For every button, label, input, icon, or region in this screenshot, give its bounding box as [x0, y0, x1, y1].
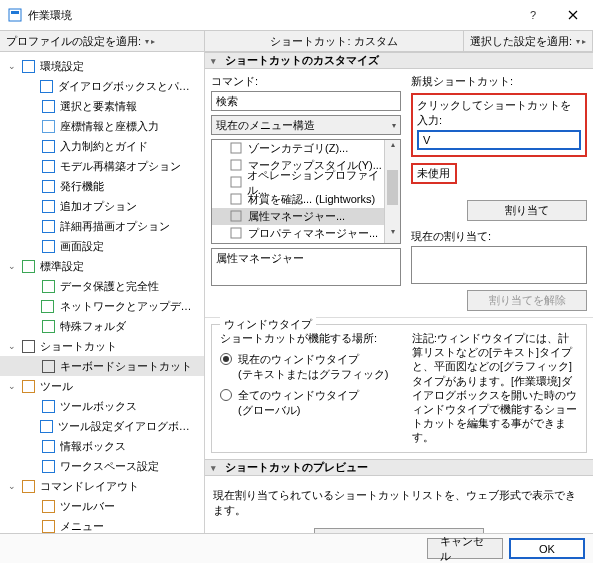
tree-item[interactable]: 座標情報と座標入力	[0, 116, 204, 136]
assign-button[interactable]: 割り当て	[467, 200, 587, 221]
expand-icon: ⌄	[6, 341, 18, 351]
tree-item-label: 座標情報と座標入力	[60, 119, 159, 134]
radio-unchecked-icon	[220, 389, 232, 401]
command-list-item[interactable]: ゾーンカテゴリ(Z)...	[212, 140, 384, 157]
tree-item[interactable]: 選択と要素情報	[0, 96, 204, 116]
command-scope-combo[interactable]: 現在のメニュー構造 ▾	[211, 115, 401, 135]
command-icon	[230, 227, 244, 241]
tree-item[interactable]: ダイアログボックスとパレット	[0, 76, 204, 96]
cancel-button[interactable]: キャンセル	[427, 538, 503, 559]
shortcut-scheme-label: ショートカット: カスタム	[205, 31, 464, 51]
category-tree[interactable]: ⌄環境設定ダイアログボックスとパレット選択と要素情報座標情報と座標入力入力制約と…	[0, 52, 205, 533]
tree-item[interactable]: 発行機能	[0, 176, 204, 196]
scrollbar[interactable]: ▴ ▾	[384, 140, 400, 243]
tree-item[interactable]: ⌄ショートカット	[0, 336, 204, 356]
tree-item[interactable]: 特殊フォルダ	[0, 316, 204, 336]
scrollbar-thumb[interactable]	[387, 170, 398, 205]
current-assignment-list[interactable]	[411, 246, 587, 284]
tree-item[interactable]: ワークスペース設定	[0, 456, 204, 476]
tree-item-icon	[40, 118, 56, 134]
tree-item-label: ツールボックス	[60, 399, 137, 414]
tree-item[interactable]: モデル再構築オプション	[0, 156, 204, 176]
apply-settings-dropdown[interactable]: 選択した設定を適用: ▾ ▸	[464, 31, 593, 51]
tree-item-label: コマンドレイアウト	[40, 479, 139, 494]
tree-item[interactable]: データ保護と完全性	[0, 276, 204, 296]
shortcut-status: 未使用	[417, 167, 450, 179]
chevron-right-icon: ▸	[151, 37, 155, 46]
tree-item[interactable]: 追加オプション	[0, 196, 204, 216]
ok-button[interactable]: OK	[509, 538, 585, 559]
tree-item[interactable]: ネットワークとアップデート	[0, 296, 204, 316]
expand-icon: ⌄	[6, 381, 18, 391]
tree-item-label: 情報ボックス	[60, 439, 126, 454]
tree-item[interactable]: 入力制約とガイド	[0, 136, 204, 156]
svg-rect-1	[11, 11, 19, 14]
tree-item-icon	[20, 58, 36, 74]
shortcut-input[interactable]	[417, 130, 581, 150]
command-list-item[interactable]: プロパティマネージャー...	[212, 225, 384, 242]
section-customize-header[interactable]: ▾ ショートカットのカスタマイズ	[205, 52, 593, 69]
tree-item[interactable]: 詳細再描画オプション	[0, 216, 204, 236]
show-shortcut-list-button[interactable]: ショートカットリストを表示	[314, 528, 484, 533]
topbar: プロファイルの設定を適用: ▾ ▸ ショートカット: カスタム 選択した設定を適…	[0, 30, 593, 52]
command-item-label: プロパティマネージャー...	[248, 226, 378, 241]
tree-item-label: ツール	[40, 379, 73, 394]
tree-item[interactable]: ⌄コマンドレイアウト	[0, 476, 204, 496]
section-customize-title: ショートカットのカスタマイズ	[225, 53, 379, 68]
shortcut-input-highlight: クリックしてショートカットを入力:	[411, 93, 587, 157]
command-icon	[230, 159, 244, 173]
section-preview-title: ショートカットのプレビュー	[225, 460, 368, 475]
profile-apply-label: プロファイルの設定を適用:	[6, 34, 141, 49]
tree-item[interactable]: ツールバー	[0, 496, 204, 516]
tree-item-label: 標準設定	[40, 259, 84, 274]
help-button[interactable]: ?	[513, 0, 553, 30]
command-list-item[interactable]: 材質を確認... (Lightworks)	[212, 191, 384, 208]
command-list-item[interactable]: オペレーションプロファイル...	[212, 174, 384, 191]
tree-item-icon	[40, 318, 56, 334]
tree-item[interactable]: 画面設定	[0, 236, 204, 256]
section-preview-header[interactable]: ▾ ショートカットのプレビュー	[205, 459, 593, 476]
tree-item-label: 特殊フォルダ	[60, 319, 126, 334]
profile-apply-dropdown[interactable]: プロファイルの設定を適用: ▾ ▸	[0, 31, 205, 51]
svg-rect-6	[231, 211, 241, 221]
window-type-note: 注記:ウィンドウタイプには、計算リストなどの[テキスト]タイプと、平面図などの[…	[412, 331, 578, 444]
close-button[interactable]	[553, 0, 593, 30]
unassign-button[interactable]: 割り当てを解除	[467, 290, 587, 311]
chevron-down-icon: ▾	[392, 121, 396, 130]
tree-item[interactable]: ⌄環境設定	[0, 56, 204, 76]
tree-item[interactable]: ⌄ツール	[0, 376, 204, 396]
command-list-item[interactable]: 属性マネージャー...	[212, 208, 384, 225]
expand-icon: ⌄	[6, 261, 18, 271]
dialog-button-bar: キャンセル OK	[0, 533, 593, 563]
tree-item-icon	[40, 298, 56, 314]
command-item-label: 属性マネージャー...	[248, 209, 345, 224]
svg-rect-3	[231, 160, 241, 170]
window-type-sub: ショートカットが機能する場所:	[220, 331, 400, 346]
preview-description: 現在割り当てられているショートカットリストを、ウェブ形式で表示できます。	[213, 488, 585, 518]
tree-item-icon	[39, 78, 54, 94]
tree-item-label: 詳細再描画オプション	[60, 219, 170, 234]
tree-item[interactable]: 情報ボックス	[0, 436, 204, 456]
tree-item[interactable]: ツールボックス	[0, 396, 204, 416]
tree-item-icon	[20, 378, 36, 394]
tree-item-icon	[39, 418, 54, 434]
tree-item[interactable]: ツール設定ダイアログボックス	[0, 416, 204, 436]
tree-item-label: データ保護と完全性	[60, 279, 159, 294]
scroll-up-icon[interactable]: ▴	[385, 140, 400, 156]
tree-item-label: ネットワークとアップデート	[60, 299, 200, 314]
command-list[interactable]: ゾーンカテゴリ(Z)...マークアップスタイル(Y)...オペレーションプロファ…	[211, 139, 401, 244]
radio-checked-icon	[220, 353, 232, 365]
radio-all-windows[interactable]: 全てのウィンドウタイプ (グローバル)	[220, 388, 400, 418]
scroll-down-icon[interactable]: ▾	[385, 227, 400, 243]
tree-item[interactable]: キーボードショートカット	[0, 356, 204, 376]
chevron-down-icon: ▾	[576, 37, 580, 46]
tree-item-icon	[40, 158, 56, 174]
new-shortcut-label: 新規ショートカット:	[411, 74, 513, 89]
expand-icon: ⌄	[6, 61, 18, 71]
app-icon	[8, 8, 22, 22]
command-scope-value: 現在のメニュー構造	[216, 118, 315, 133]
tree-item[interactable]: ⌄標準設定	[0, 256, 204, 276]
command-search-input[interactable]	[211, 91, 401, 111]
radio-current-window[interactable]: 現在のウィンドウタイプ (テキストまたはグラフィック)	[220, 352, 400, 382]
tree-item[interactable]: メニュー	[0, 516, 204, 533]
